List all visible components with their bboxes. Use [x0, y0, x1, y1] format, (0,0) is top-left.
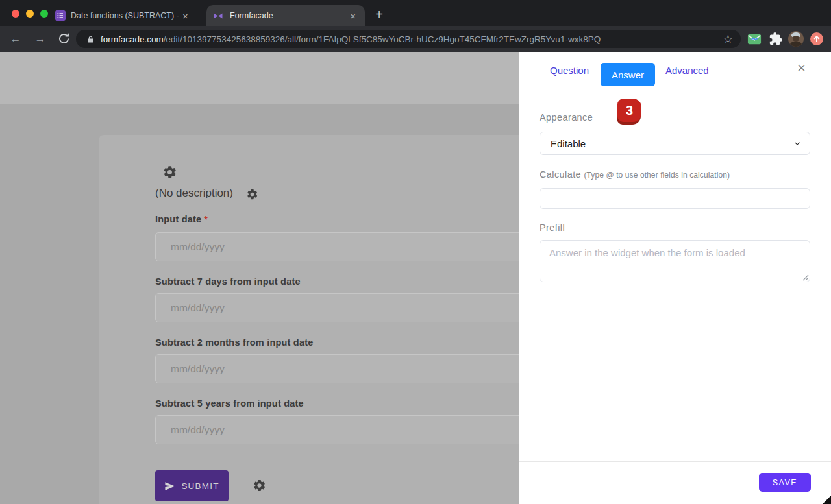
tab-question[interactable]: Question — [550, 65, 589, 76]
appearance-label: Appearance — [540, 112, 593, 123]
formfacade-favicon — [213, 12, 223, 19]
mail-extension-icon[interactable] — [747, 32, 762, 46]
form-card: (No description) Input date* Subtract 7 … — [99, 135, 557, 504]
form-settings-gear-icon[interactable] — [162, 165, 177, 180]
calculate-input[interactable] — [540, 188, 810, 209]
window-close-button[interactable] — [12, 10, 19, 18]
lock-icon — [86, 35, 95, 43]
calculate-label: Calculate (Type @ to use other fields in… — [540, 169, 730, 180]
field-label-subtract-2-months: Subtract 2 months from input date — [155, 337, 313, 348]
send-icon — [164, 481, 175, 492]
prefill-textarea[interactable] — [540, 240, 810, 282]
tab-title: Formfacade — [230, 11, 347, 20]
close-icon[interactable]: × — [797, 61, 806, 75]
window-zoom-button[interactable] — [40, 10, 48, 18]
answer-editor-panel: Question Answer Advanced × 3 Appearance … — [519, 52, 831, 504]
submit-label: SUBMIT — [181, 481, 219, 491]
url-path: /edit/101397753425638859326/all/form/1FA… — [164, 34, 601, 44]
submit-settings-gear-icon[interactable] — [253, 479, 266, 492]
field-label-subtract-7-days: Subtract 7 days from input date — [155, 276, 301, 287]
url-address-bar[interactable]: formfacade.com/edit/10139775342563885932… — [76, 30, 741, 48]
required-asterisk: * — [204, 214, 208, 224]
extensions-puzzle-icon[interactable] — [769, 32, 783, 46]
calculate-hint: (Type @ to use other fields in calculati… — [584, 171, 730, 180]
avatar-face — [793, 36, 799, 42]
google-forms-icon — [55, 10, 66, 21]
reload-icon[interactable] — [57, 32, 71, 45]
date-field-input-date[interactable] — [155, 232, 560, 261]
bookmark-star-icon[interactable]: ☆ — [723, 32, 733, 46]
window-minimize-button[interactable] — [26, 10, 34, 18]
appearance-selected-value: Editable — [551, 138, 793, 149]
application-window: Date functions (SUBTRACT) - ( × Formfaca… — [0, 0, 831, 504]
date-field-subtract-2-months[interactable] — [155, 354, 560, 383]
prefill-label: Prefill — [540, 222, 565, 233]
field-label-input-date: Input date* — [155, 214, 208, 224]
url-domain: formfacade.com — [101, 34, 164, 44]
date-field-subtract-5-years[interactable] — [155, 415, 560, 444]
tab-close-icon[interactable]: × — [347, 10, 358, 22]
browser-tab-formfacade[interactable]: Formfacade × — [206, 5, 365, 26]
date-field-subtract-7-days[interactable] — [155, 293, 560, 322]
description-settings-gear-icon[interactable] — [246, 188, 258, 200]
browser-tab-date-functions[interactable]: Date functions (SUBTRACT) - ( × — [55, 6, 201, 25]
step-badge: 3 — [617, 99, 641, 122]
tab-advanced[interactable]: Advanced — [665, 65, 709, 76]
url-text: formfacade.com/edit/10139775342563885932… — [101, 34, 718, 44]
form-description: (No description) — [155, 187, 233, 200]
chevron-down-icon — [793, 139, 802, 148]
footer-divider — [519, 461, 831, 462]
submit-button[interactable]: SUBMIT — [155, 470, 229, 501]
update-badge-icon[interactable] — [810, 32, 823, 45]
tab-title: Date functions (SUBTRACT) - ( — [71, 11, 180, 20]
tabs-divider — [530, 101, 821, 101]
save-button[interactable]: SAVE — [759, 473, 811, 492]
tab-answer[interactable]: Answer — [601, 63, 655, 86]
forward-icon[interactable]: → — [32, 31, 48, 47]
profile-avatar[interactable] — [788, 31, 804, 47]
browser-tab-strip: Date functions (SUBTRACT) - ( × Formfaca… — [0, 0, 831, 26]
site-header: Formfacade — [0, 52, 519, 104]
appearance-select[interactable]: Editable — [540, 132, 810, 155]
field-label-subtract-5-years: Subtract 5 years from input date — [155, 398, 304, 409]
back-icon[interactable]: ← — [8, 31, 23, 47]
tab-close-icon[interactable]: × — [180, 10, 191, 22]
new-tab-button[interactable]: + — [370, 6, 388, 24]
